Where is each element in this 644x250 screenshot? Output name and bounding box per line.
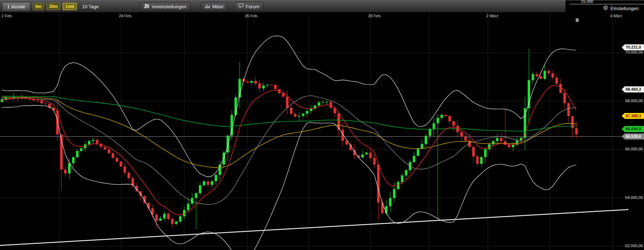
settings-label: Einstellungen [611, 6, 639, 11]
toolbar-left-group: 1 stunde 5m 30m 1std 10 Tage [2, 2, 102, 11]
indicators-button[interactable]: Mittel [201, 2, 227, 11]
timeframe-1std-button[interactable]: 1std [63, 3, 77, 10]
timeframe-30m-button[interactable]: 30m [46, 3, 60, 10]
toolbar-mid-group: Voreinstellungen Mittel [140, 2, 263, 11]
bar-chart-icon [205, 4, 210, 9]
toolbar: 1 stunde 5m 30m 1std 10 Tage Voreinstell… [0, 0, 644, 12]
timeframe-button[interactable]: 1 stunde [2, 2, 30, 11]
gear-icon [603, 5, 608, 12]
speech-bubble-icon [238, 4, 243, 9]
timeframe-5m-button[interactable]: 5m [33, 3, 44, 10]
range-button[interactable]: 10 Tage [79, 3, 102, 11]
forum-button[interactable]: Forum [234, 2, 263, 11]
settings-button[interactable]: Einstellungen [603, 5, 639, 12]
presets-label: Voreinstellungen [152, 4, 186, 9]
pane-divider [570, 4, 644, 4]
volume-scale-label: 15.000 [581, 0, 593, 4]
sliders-icon [144, 4, 149, 9]
toolbar-right-group: 15.000 Einstellungen [565, 0, 644, 13]
presets-button[interactable]: Voreinstellungen [140, 2, 190, 11]
indicators-label: Mittel [212, 4, 223, 9]
price-chart[interactable] [0, 0, 644, 250]
forum-label: Forum [246, 4, 259, 9]
